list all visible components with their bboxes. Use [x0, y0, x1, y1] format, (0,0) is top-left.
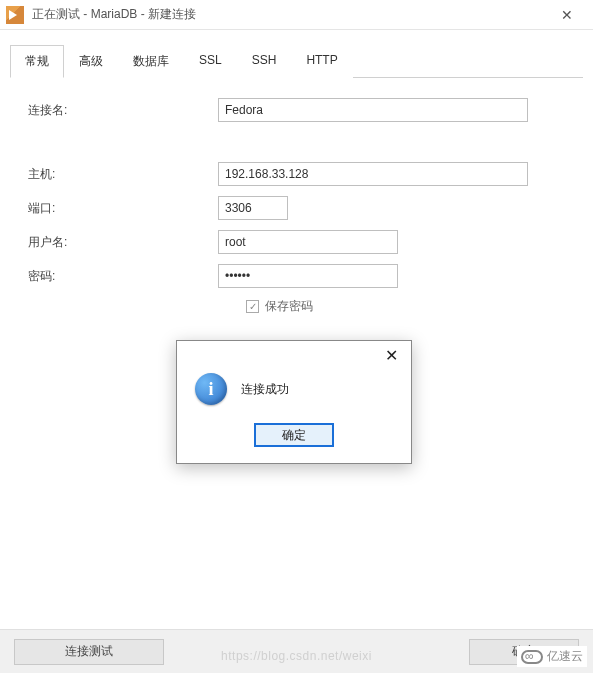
- app-icon: [6, 6, 24, 24]
- watermark-brand: 亿速云: [517, 646, 587, 667]
- password-label: 密码:: [28, 268, 218, 285]
- save-password-label: 保存密码: [265, 298, 313, 315]
- dialog-close-button[interactable]: ✕: [379, 346, 403, 365]
- tab-http[interactable]: HTTP: [291, 45, 352, 78]
- user-label: 用户名:: [28, 234, 218, 251]
- bottom-bar: 连接测试 确定: [0, 629, 593, 673]
- conn-name-label: 连接名:: [28, 102, 218, 119]
- tab-ssh[interactable]: SSH: [237, 45, 292, 78]
- conn-name-input[interactable]: [218, 98, 528, 122]
- watermark-brand-text: 亿速云: [547, 648, 583, 665]
- tab-advanced[interactable]: 高级: [64, 45, 118, 78]
- user-input[interactable]: [218, 230, 398, 254]
- password-input[interactable]: [218, 264, 398, 288]
- host-label: 主机:: [28, 166, 218, 183]
- info-icon: i: [195, 373, 227, 405]
- tab-database[interactable]: 数据库: [118, 45, 184, 78]
- window-close-button[interactable]: ✕: [547, 0, 587, 30]
- message-dialog: ✕ i 连接成功 确定: [176, 340, 412, 464]
- tab-general[interactable]: 常规: [10, 45, 64, 78]
- dialog-message: 连接成功: [241, 381, 289, 398]
- port-label: 端口:: [28, 200, 218, 217]
- window-title: 正在测试 - MariaDB - 新建连接: [32, 6, 547, 23]
- save-password-checkbox[interactable]: ✓: [246, 300, 259, 313]
- cloud-icon: [521, 650, 543, 664]
- form-area: 连接名: 主机: 端口: 用户名: 密码: ✓ 保存密码: [0, 78, 593, 315]
- test-connection-button[interactable]: 连接测试: [14, 639, 164, 665]
- dialog-titlebar: ✕: [177, 341, 411, 369]
- window-titlebar: 正在测试 - MariaDB - 新建连接 ✕: [0, 0, 593, 30]
- tabs-bar: 常规 高级 数据库 SSL SSH HTTP: [10, 44, 583, 78]
- host-input[interactable]: [218, 162, 528, 186]
- port-input[interactable]: [218, 196, 288, 220]
- dialog-ok-button[interactable]: 确定: [254, 423, 334, 447]
- tab-ssl[interactable]: SSL: [184, 45, 237, 78]
